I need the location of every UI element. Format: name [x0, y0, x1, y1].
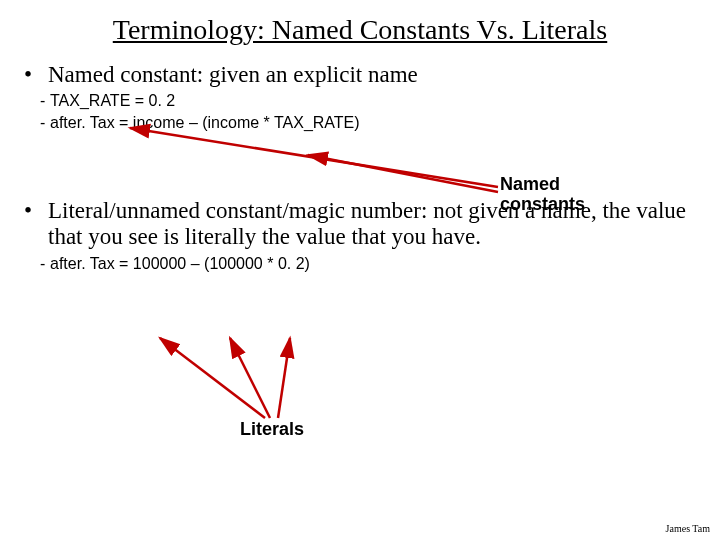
svg-line-3: [230, 338, 270, 418]
section1-heading-text: Named constant: given an explicit name: [48, 62, 418, 88]
svg-line-4: [278, 338, 290, 418]
bullet-icon: •: [24, 62, 38, 88]
literals-label: Literals: [240, 420, 304, 440]
section1-code-line1: -TAX_RATE = 0. 2: [40, 90, 720, 112]
section1-code2-text: after. Tax = income – (income * TAX_RATE…: [50, 114, 360, 131]
section1-heading: • Named constant: given an explicit name: [24, 62, 696, 88]
slide-title: Terminology: Named Constants Vs. Literal…: [0, 14, 720, 46]
named-constants-label: Namedconstants: [500, 175, 585, 215]
svg-line-2: [160, 338, 265, 418]
dash-icon: -: [40, 90, 50, 112]
dash-icon: -: [40, 112, 50, 134]
author-footer: James Tam: [666, 523, 710, 534]
dash-icon: -: [40, 253, 50, 275]
section1-code-line2: -after. Tax = income – (income * TAX_RAT…: [40, 112, 720, 134]
section2-heading-text: Literal/unnamed constant/magic number: n…: [48, 198, 696, 251]
bullet-icon: •: [24, 198, 38, 251]
section2-code1-text: after. Tax = 100000 – (100000 * 0. 2): [50, 255, 310, 272]
section2-code-line1: -after. Tax = 100000 – (100000 * 0. 2): [40, 253, 720, 275]
section2-heading: • Literal/unnamed constant/magic number:…: [24, 198, 696, 251]
section1-code1-text: TAX_RATE = 0. 2: [50, 92, 175, 109]
